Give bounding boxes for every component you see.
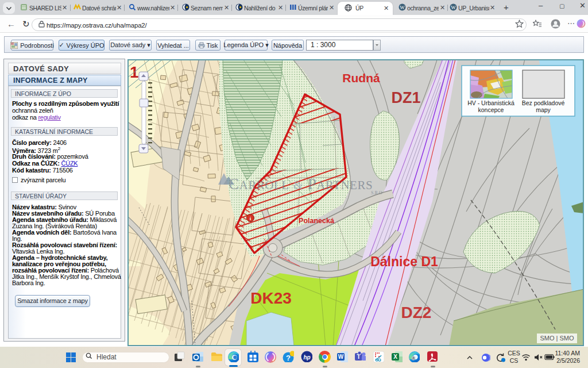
svg-text:koncepce: koncepce (478, 106, 504, 113)
svg-text:SMO | SMO: SMO | SMO (540, 335, 574, 342)
svg-text:hp: hp (303, 354, 310, 361)
svg-text:Bez podkladové: Bez podkladové (522, 99, 565, 106)
svg-text:Dálnice D1: Dálnice D1 (370, 254, 438, 269)
svg-text:mapy: mapy (536, 106, 551, 113)
svg-text:DK23: DK23 (250, 289, 292, 307)
svg-text:S.R.O: S.R.O (371, 190, 382, 195)
svg-text:?: ? (286, 354, 291, 362)
svg-text:W: W (400, 5, 405, 10)
svg-text:W: W (451, 5, 456, 10)
svg-text:HV - Urbanistická: HV - Urbanistická (467, 99, 514, 106)
svg-text:CARROLL & PARTNERS: CARROLL & PARTNERS (229, 175, 373, 193)
svg-text:Polanecká: Polanecká (299, 217, 334, 225)
svg-text:W: W (338, 354, 344, 360)
svg-text:Rudná: Rudná (342, 71, 380, 85)
svg-text:DZ1: DZ1 (391, 89, 420, 106)
svg-text:X: X (393, 354, 397, 360)
svg-text:DZ2: DZ2 (401, 304, 432, 321)
